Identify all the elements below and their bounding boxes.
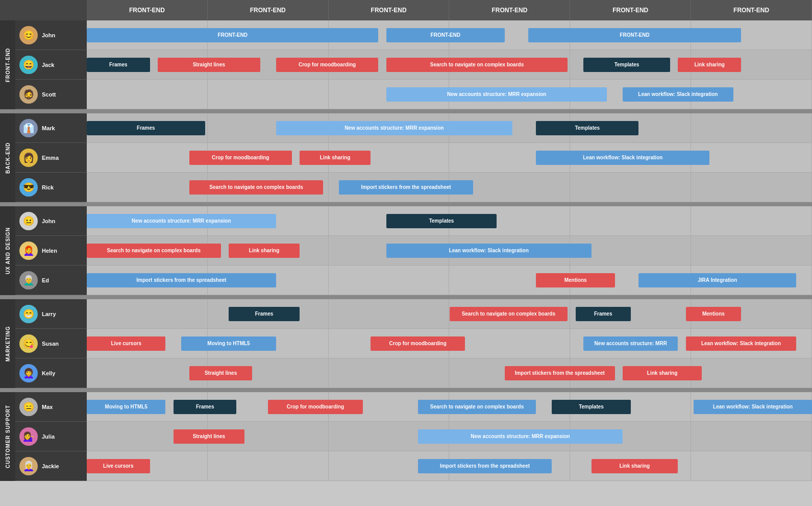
person-name: John <box>42 218 55 224</box>
month-header-1: FRONT-END <box>208 0 329 20</box>
month-header-4: FRONT-END <box>570 0 691 20</box>
task-bar[interactable]: Import stickers from the spreadsheet <box>339 180 473 195</box>
task-bar[interactable]: Link sharing <box>300 151 371 165</box>
timeline-row: FRONT-ENDFRONT-ENDFRONT-END <box>87 20 812 50</box>
task-bar[interactable]: Straight lines <box>174 429 244 444</box>
task-bar[interactable]: Link sharing <box>623 366 701 380</box>
task-bar[interactable]: Templates <box>386 214 497 228</box>
task-bar[interactable]: FRONT-END <box>528 28 741 42</box>
task-bar[interactable]: New accounts structure: MRR expansion <box>87 214 276 228</box>
task-bar[interactable]: Import stickers from the spreadsheet <box>505 366 615 380</box>
task-bar[interactable]: Templates <box>536 121 638 135</box>
task-bar[interactable]: New accounts structure: MRR expansion <box>276 121 512 135</box>
person-cell: 💁‍♀️Julia <box>15 422 87 451</box>
task-bar[interactable]: Straight lines <box>189 366 253 380</box>
task-bar[interactable]: Crop for moodboarding <box>189 151 292 165</box>
timeline-row: New accounts structure: MRR expansionLea… <box>87 80 812 109</box>
task-bar[interactable]: Lean workflow: Slack integration <box>694 400 812 414</box>
group-section-marketing: MARKETING😁LarryFramesSearch to navigate … <box>0 299 812 388</box>
person-name: Larry <box>42 311 56 317</box>
task-bar[interactable]: Moving to HTML5 <box>87 400 165 414</box>
task-bar[interactable]: New accounts structure: MRR <box>583 336 678 351</box>
task-bar[interactable]: Lean workflow: Slack integration <box>623 87 733 102</box>
task-bar[interactable]: Straight lines <box>158 58 260 72</box>
person-name: Susan <box>42 341 59 347</box>
person-row-frontend-0: 😊JohnFRONT-ENDFRONT-ENDFRONT-END <box>15 20 812 50</box>
task-bar[interactable]: Frames <box>87 121 205 135</box>
person-row-uxdesign-2: 👨‍🦳EdImport stickers from the spreadshee… <box>15 266 812 295</box>
person-row-backend-1: 👩EmmaCrop for moodboardingLink sharingLe… <box>15 143 812 173</box>
task-bar[interactable]: Lean workflow: Slack integration <box>536 151 709 165</box>
person-cell: 👩‍🦰Helen <box>15 236 87 266</box>
timeline-row: Crop for moodboardingLink sharingLean wo… <box>87 143 812 173</box>
avatar: 👩‍🦳 <box>19 457 38 475</box>
person-row-uxdesign-1: 👩‍🦰HelenSearch to navigate on complex bo… <box>15 236 812 266</box>
timeline-row: Search to navigate on complex boardsImpo… <box>87 173 812 202</box>
person-row-marketing-2: 👩‍🦱KellyStraight linesImport stickers fr… <box>15 358 812 388</box>
task-bar[interactable]: Crop for moodboarding <box>371 336 465 351</box>
task-bar[interactable]: Templates <box>583 58 670 72</box>
task-bar[interactable]: Search to navigate on complex boards <box>189 180 324 195</box>
task-bar[interactable]: Frames <box>174 400 237 414</box>
task-bar[interactable]: Live cursors <box>87 459 150 473</box>
person-row-uxdesign-0: 😐JohnNew accounts structure: MRR expansi… <box>15 206 812 236</box>
month-header-3: FRONT-END <box>449 0 570 20</box>
month-header-2: FRONT-END <box>329 0 450 20</box>
timeline-row: Moving to HTML5FramesCrop for moodboardi… <box>87 392 812 422</box>
task-bar[interactable]: FRONT-END <box>87 28 378 42</box>
task-bar[interactable]: Crop for moodboarding <box>276 58 379 72</box>
task-bar[interactable]: New accounts structure: MRR expansion <box>418 429 623 444</box>
avatar: 🧔 <box>19 85 38 104</box>
avatar: 👩‍🦰 <box>19 242 38 260</box>
task-bar[interactable]: JIRA Integration <box>638 273 796 287</box>
avatar: 😐 <box>19 212 38 230</box>
person-row-backend-2: 😎RickSearch to navigate on complex board… <box>15 173 812 202</box>
avatar: 👩‍🦱 <box>19 364 38 382</box>
avatar: 👩 <box>19 149 38 167</box>
task-bar[interactable]: Link sharing <box>229 244 300 258</box>
avatar: 💁‍♀️ <box>19 427 38 446</box>
group-label-uxdesign: UX AND DESIGN <box>0 206 15 295</box>
task-bar[interactable]: Search to navigate on complex boards <box>450 307 568 321</box>
task-bar[interactable]: Crop for moodboarding <box>268 400 362 414</box>
avatar: 😋 <box>19 334 38 353</box>
timeline-row: FramesNew accounts structure: MRR expans… <box>87 113 812 143</box>
person-cell: 😊John <box>15 20 87 50</box>
task-bar[interactable]: Import stickers from the spreadsheet <box>87 273 276 287</box>
timeline-row: Straight linesNew accounts structure: MR… <box>87 422 812 451</box>
task-bar[interactable]: Frames <box>229 307 300 321</box>
avatar: 👨‍🦳 <box>19 271 38 290</box>
person-row-frontend-2: 🧔ScottNew accounts structure: MRR expans… <box>15 80 812 109</box>
person-cell: 🧔Scott <box>15 80 87 109</box>
group-label-backend: BACK-END <box>0 113 15 202</box>
task-bar[interactable]: Import stickers from the spreadsheet <box>418 459 552 473</box>
task-bar[interactable]: Mentions <box>686 307 741 321</box>
task-bar[interactable]: Live cursors <box>87 336 165 351</box>
task-bar[interactable]: Frames <box>576 307 631 321</box>
task-bar[interactable]: Mentions <box>536 273 614 287</box>
person-cell: 👔Mark <box>15 113 87 143</box>
avatar: 😁 <box>19 305 38 323</box>
task-bar[interactable]: Search to navigate on complex boards <box>386 58 568 72</box>
group-label-frontend: FRONT-END <box>0 20 15 109</box>
task-bar[interactable]: Search to navigate on complex boards <box>418 400 536 414</box>
task-bar[interactable]: New accounts structure: MRR expansion <box>386 87 607 102</box>
task-bar[interactable]: Lean workflow: Slack integration <box>686 336 796 351</box>
person-cell: 😄Jack <box>15 50 87 80</box>
person-cell: 😐John <box>15 206 87 236</box>
timeline-row: Live cursorsMoving to HTML5Crop for mood… <box>87 329 812 358</box>
person-row-customersupport-1: 💁‍♀️JuliaStraight linesNew accounts stru… <box>15 422 812 451</box>
task-bar[interactable]: Templates <box>552 400 630 414</box>
task-bar[interactable]: FRONT-END <box>386 28 505 42</box>
avatar: 😄 <box>19 56 38 74</box>
person-name: Mark <box>42 125 55 131</box>
task-bar[interactable]: Moving to HTML5 <box>181 336 276 351</box>
task-bar[interactable]: Frames <box>87 58 150 72</box>
timeline-row: Straight linesImport stickers from the s… <box>87 358 812 388</box>
group-section-uxdesign: UX AND DESIGN😐JohnNew accounts structure… <box>0 206 812 295</box>
task-bar[interactable]: Link sharing <box>678 58 741 72</box>
task-bar[interactable]: Search to navigate on complex boards <box>87 244 221 258</box>
person-name: John <box>42 32 55 38</box>
task-bar[interactable]: Link sharing <box>592 459 678 473</box>
task-bar[interactable]: Lean workflow: Slack integration <box>386 244 592 258</box>
